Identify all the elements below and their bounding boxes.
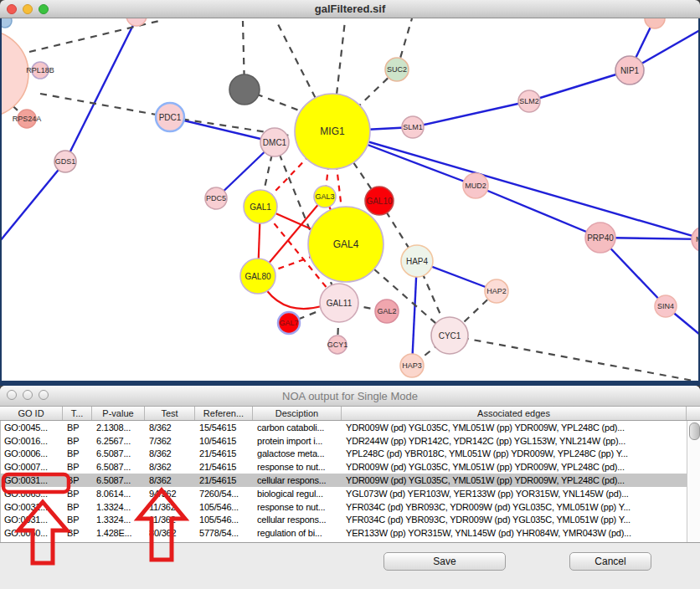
network-edge (65, 18, 136, 161)
noa-window-titlebar[interactable]: NOA output for Single Mode (0, 386, 700, 407)
table-cell: YFR034C (pd) YBR093C, YDR009W (pd) YGL03… (342, 500, 687, 514)
table-row[interactable]: GO:0007...BP6.5087...8/36221/54615respon… (1, 460, 687, 474)
table-cell: GO:0007... (1, 460, 64, 474)
table-cell: cellular respons... (254, 474, 342, 487)
results-table[interactable]: GO:0045...BP2.1308...8/36215/54615carbon… (0, 421, 700, 542)
table-cell: 105/546... (196, 514, 254, 527)
node-unlabeled[interactable] (2, 30, 28, 117)
node-label-msn: MSN (696, 235, 698, 243)
network-edge (529, 70, 630, 101)
table-cell: GO:0050... (1, 526, 64, 540)
node-label-rpl18b: RPL18B (26, 66, 54, 74)
network-window-title: galFiltered.sif (315, 3, 386, 15)
table-cell: BP (64, 514, 93, 527)
table-cell: 105/546... (196, 500, 254, 514)
zoom-button-icon[interactable] (39, 390, 49, 400)
node-label-sin4: SIN4 (657, 302, 674, 310)
node-label-cyc1: CYC1 (439, 331, 461, 341)
node-label-rps24a: RPS24A (13, 115, 42, 123)
table-cell: 1.3324... (93, 500, 146, 514)
node-label-mud2: MUD2 (465, 182, 486, 190)
table-cell: 8/362 (146, 460, 196, 474)
network-edge (413, 101, 529, 127)
vertical-scrollbar[interactable] (687, 421, 700, 542)
node-label-mig1: MIG1 (320, 125, 345, 137)
node-label-gal3: GAL3 (315, 192, 334, 201)
table-cell: biological regul... (254, 487, 342, 500)
table-cell: YDR009W (pd) YGL035C, YML051W (pp) YDR00… (342, 460, 687, 474)
table-cell: carbon cataboli... (254, 421, 342, 434)
node-label-gal2: GAL2 (377, 307, 396, 315)
table-cell: 21/54615 (196, 474, 254, 487)
network-edge (40, 94, 170, 117)
table-cell: 10/54615 (196, 434, 254, 448)
zoom-button-icon[interactable] (39, 4, 49, 14)
close-button-icon[interactable] (7, 390, 17, 400)
table-cell: YDR009W (pd) YGL035C, YML051W (pp) YDR00… (342, 474, 687, 487)
table-cell: 15/54615 (196, 421, 254, 434)
close-button-icon[interactable] (7, 4, 17, 14)
table-cell: GO:0045... (1, 421, 64, 434)
node-label-slm1: SLM1 (403, 123, 423, 131)
table-cell: BP (64, 487, 93, 500)
header-scrollbar-corner (687, 407, 700, 420)
node-unlabeled[interactable] (229, 74, 260, 105)
table-cell: 21/54615 (196, 460, 254, 474)
table-row[interactable]: GO:0050...BP1.428E...80/3625778/54...reg… (1, 526, 687, 540)
column-header-2[interactable]: T... (63, 407, 92, 420)
minimize-button-icon[interactable] (23, 4, 33, 14)
table-cell: YPL248C (pd) YBR018C, YML051W (pp) YDR00… (342, 448, 687, 461)
window-controls (7, 0, 49, 18)
table-row[interactable]: GO:0031...BP1.3324...11/362105/546...res… (1, 500, 687, 514)
node-label-pdc1: PDC1 (159, 113, 182, 122)
table-row[interactable]: GO:0016...BP6.2567...7/36210/54615protei… (1, 434, 687, 448)
column-header-3[interactable]: P-value (92, 407, 145, 420)
column-header-5[interactable]: Referen... (195, 407, 253, 420)
table-row[interactable]: GO:0065...BP8.0614...94/3627260/54...bio… (1, 487, 687, 500)
table-cell: BP (64, 500, 93, 514)
table-cell: 5778/54... (196, 526, 254, 540)
table-cell: galactose meta... (254, 448, 342, 461)
node-label-gal11: GAL11 (327, 299, 353, 308)
table-cell: 1.3324... (93, 514, 146, 527)
node-label-gcy1: GCY1 (327, 341, 348, 349)
node-unlabeled[interactable] (645, 18, 665, 28)
node-label-pdc5: PDC5 (206, 194, 226, 202)
minimize-button-icon[interactable] (23, 390, 33, 400)
table-cell: 8.0614... (93, 487, 146, 500)
table-cell: 8/362 (146, 474, 196, 487)
table-row[interactable]: GO:0031...BP6.5087...8/36221/54615cellul… (1, 474, 687, 487)
scrollbar-thumb[interactable] (689, 423, 700, 440)
node-unlabeled[interactable] (2, 18, 12, 28)
table-cell: regulation of bi... (254, 526, 342, 540)
column-header-6[interactable]: Desciption (253, 407, 342, 420)
noa-footer: Save Cancel (0, 542, 700, 589)
table-cell: BP (64, 526, 93, 540)
window-controls-inactive (7, 386, 49, 404)
network-window-titlebar[interactable]: galFiltered.sif (0, 0, 700, 18)
table-row[interactable]: GO:0031...BP1.3324...11/362105/546...cel… (1, 514, 687, 527)
column-header-1[interactable]: GO ID (0, 407, 63, 420)
save-button[interactable]: Save (383, 552, 506, 571)
table-cell: BP (64, 421, 93, 434)
node-label-gal7: GAL7 (279, 319, 298, 327)
table-header-row: GO IDT...P-valueTestReferen...Desciption… (0, 407, 700, 421)
node-label-gal80: GAL80 (244, 272, 271, 281)
cancel-button[interactable]: Cancel (569, 552, 651, 571)
network-canvas[interactable]: RPL18BRPS24AGDS1PDC1DMC1SUC2SLM1SLM2NIP1… (0, 18, 700, 386)
column-header-4[interactable]: Test (145, 407, 195, 420)
node-label-gal4: GAL4 (333, 238, 359, 250)
table-row[interactable]: GO:0006...BP6.5087...8/36221/54615galact… (1, 448, 687, 461)
table-cell: 6.5087... (93, 448, 146, 461)
table-cell: 2.1308... (93, 421, 146, 434)
column-header-7[interactable]: Associated edges (342, 407, 687, 420)
table-cell: cellular respons... (254, 514, 342, 527)
table-cell: YDR244W (pp) YDR142C, YDR142C (pp) YGL15… (342, 434, 687, 448)
node-label-prp40: PRP40 (587, 233, 614, 243)
node-label-gal1: GAL1 (250, 202, 271, 212)
table-cell: GO:0006... (1, 448, 64, 461)
network-graph[interactable]: RPL18BRPS24AGDS1PDC1DMC1SUC2SLM1SLM2NIP1… (2, 18, 698, 381)
table-cell: 6.2567... (93, 434, 146, 448)
table-row[interactable]: GO:0045...BP2.1308...8/36215/54615carbon… (1, 421, 687, 434)
table-cell: 6.5087... (93, 474, 146, 487)
